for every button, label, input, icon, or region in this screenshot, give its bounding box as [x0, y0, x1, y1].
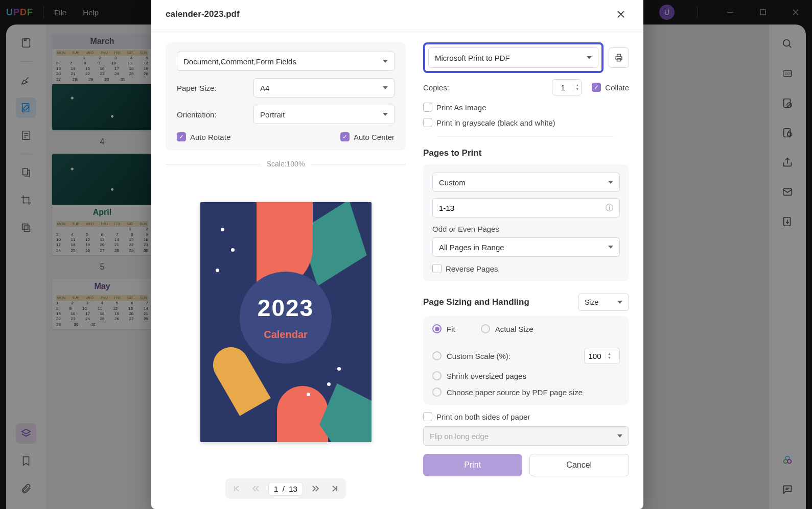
- pages-to-print-title: Pages to Print: [423, 148, 629, 158]
- custom-scale-radio[interactable]: [432, 351, 442, 360]
- svg-rect-34: [617, 54, 621, 56]
- copies-input[interactable]: [552, 83, 573, 92]
- odd-even-label: Odd or Even Pages: [432, 225, 620, 233]
- grayscale-checkbox[interactable]: [423, 118, 432, 127]
- sizing-mode-select[interactable]: Size: [578, 294, 629, 311]
- print-as-image-checkbox[interactable]: [423, 103, 432, 112]
- copies-label: Copies:: [423, 83, 552, 92]
- spinner-up[interactable]: ▲: [573, 83, 581, 87]
- shrink-radio[interactable]: [432, 371, 442, 380]
- scale-label: Scale:100%: [166, 160, 406, 168]
- paper-source-radio[interactable]: [432, 387, 442, 397]
- pager-prev-button[interactable]: [249, 481, 263, 496]
- duplex-checkbox[interactable]: [423, 412, 432, 421]
- orientation-select[interactable]: Portrait: [253, 105, 395, 124]
- preview-pager: 1 / 13: [166, 478, 406, 499]
- copies-spinner[interactable]: ▲▼: [552, 79, 582, 95]
- page-range-input[interactable]: ⓘ: [432, 198, 620, 217]
- paper-size-label: Paper Size:: [177, 84, 253, 92]
- pager-first-button[interactable]: [229, 481, 244, 496]
- print-dialog: calender-2023.pdf Document,Comment,Form …: [151, 0, 643, 509]
- pager-display[interactable]: 1 / 13: [268, 482, 303, 496]
- fit-radio[interactable]: [432, 324, 442, 333]
- auto-center-checkbox[interactable]: [340, 132, 350, 141]
- svg-rect-33: [616, 57, 622, 60]
- dialog-title: calender-2023.pdf: [166, 9, 240, 19]
- page-range-mode-select[interactable]: Custom: [432, 173, 620, 192]
- flip-select: Flip on long edge: [423, 426, 629, 446]
- pager-last-button[interactable]: [328, 481, 342, 496]
- printer-properties-button[interactable]: [609, 47, 629, 68]
- custom-scale-spinner[interactable]: ▲▼: [584, 348, 620, 364]
- info-icon[interactable]: ⓘ: [606, 203, 613, 213]
- auto-rotate-checkbox[interactable]: [177, 132, 186, 141]
- odd-even-select[interactable]: All Pages in Range: [432, 237, 620, 257]
- paper-size-select[interactable]: A4: [253, 78, 395, 98]
- orientation-label: Orientation:: [177, 110, 253, 119]
- actual-size-radio[interactable]: [481, 324, 490, 333]
- spinner-down[interactable]: ▼: [573, 87, 581, 91]
- print-button[interactable]: Print: [423, 454, 522, 476]
- page-sizing-title: Page Sizing and Handling: [423, 297, 529, 307]
- printer-select[interactable]: Microsoft Print to PDF: [428, 47, 598, 68]
- printer-select-highlight: Microsoft Print to PDF: [423, 42, 604, 73]
- print-preview: 2023 Calendar: [200, 202, 372, 442]
- close-button[interactable]: [613, 6, 629, 22]
- collate-checkbox[interactable]: [592, 83, 601, 92]
- reverse-pages-checkbox[interactable]: [432, 264, 442, 273]
- print-content-select[interactable]: Document,Comment,Form Fields: [177, 52, 395, 71]
- pager-next-button[interactable]: [308, 481, 322, 496]
- cancel-button[interactable]: Cancel: [529, 454, 630, 476]
